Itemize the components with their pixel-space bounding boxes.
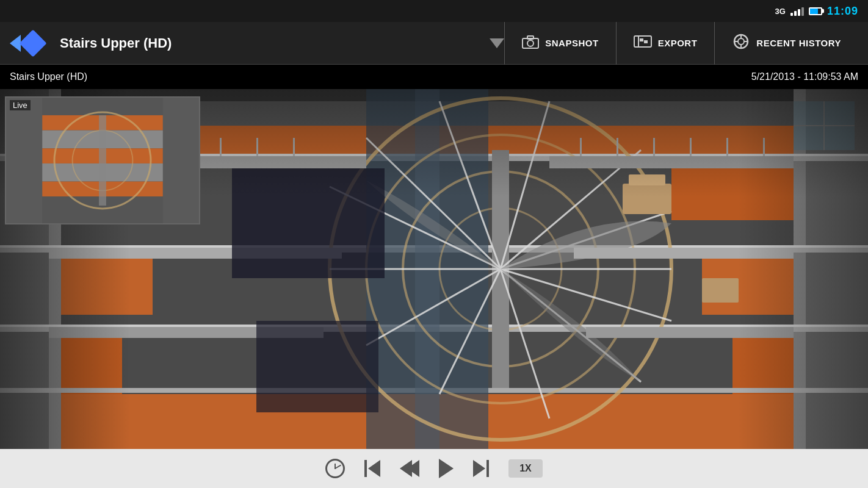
step-forward-button[interactable] — [473, 460, 489, 477]
battery-icon — [809, 7, 822, 15]
step-back-bar-icon — [364, 460, 367, 477]
rewind-button[interactable] — [400, 460, 419, 477]
pip-video-feed — [6, 98, 199, 223]
toolbar: Stairs Upper (HD) SNAPSHOT — [0, 22, 868, 65]
play-icon — [439, 459, 454, 478]
svg-rect-97 — [163, 98, 199, 223]
step-back-arrow-icon — [368, 460, 380, 477]
snapshot-button[interactable]: SNAPSHOT — [504, 22, 615, 65]
signal-bar-1 — [790, 13, 793, 16]
recent-history-icon — [732, 33, 750, 54]
snapshot-label: SNAPSHOT — [545, 38, 598, 48]
playback-controls-bar: 1X — [0, 449, 868, 488]
camera-title: Stairs Upper (HD) — [60, 35, 485, 51]
network-label: 3G — [775, 7, 786, 16]
battery-fill — [810, 9, 818, 14]
export-label: EXPORT — [658, 38, 698, 48]
svg-rect-2 — [527, 36, 533, 39]
signal-bar-2 — [794, 11, 797, 16]
status-bar: 3G 11:09 — [0, 0, 868, 22]
pip-window[interactable]: Live — [5, 96, 200, 224]
back-button[interactable] — [10, 34, 43, 53]
recent-history-label: RECENT HISTORY — [756, 38, 841, 48]
title-dropdown-icon[interactable] — [490, 38, 504, 48]
app-logo-icon — [19, 29, 46, 57]
pip-label: Live — [10, 100, 31, 110]
signal-bars-icon — [790, 6, 804, 16]
svg-rect-5 — [640, 38, 643, 41]
history-button[interactable] — [325, 459, 345, 478]
clock-minute-hand — [335, 465, 342, 469]
signal-bar-3 — [798, 9, 800, 16]
main-video-area[interactable]: Live — [0, 89, 868, 449]
svg-rect-6 — [644, 40, 648, 43]
camera-timestamp: 5/21/2013 - 11:09:53 AM — [751, 71, 858, 82]
camera-name-label: Stairs Upper (HD) — [10, 71, 87, 82]
clock-icon — [325, 459, 345, 478]
status-time: 11:09 — [827, 5, 858, 18]
play-button[interactable] — [439, 459, 454, 478]
svg-point-1 — [527, 40, 533, 46]
step-forward-bar-icon — [486, 460, 489, 477]
camera-info-bar: Stairs Upper (HD) 5/21/2013 - 11:09:53 A… — [0, 65, 868, 89]
svg-rect-96 — [6, 98, 42, 223]
step-back-button[interactable] — [364, 460, 380, 477]
recent-history-button[interactable]: RECENT HISTORY — [714, 22, 858, 65]
export-icon — [634, 34, 652, 52]
svg-point-8 — [738, 38, 744, 45]
snapshot-icon — [522, 34, 539, 52]
signal-bar-4 — [801, 7, 804, 16]
export-button[interactable]: EXPORT — [616, 22, 715, 65]
step-forward-arrow-icon — [473, 460, 485, 477]
toolbar-actions: SNAPSHOT EXPORT — [504, 22, 858, 65]
svg-rect-95 — [99, 115, 106, 206]
speed-badge[interactable]: 1X — [508, 459, 543, 478]
rewind-arrow2-icon — [407, 460, 419, 477]
